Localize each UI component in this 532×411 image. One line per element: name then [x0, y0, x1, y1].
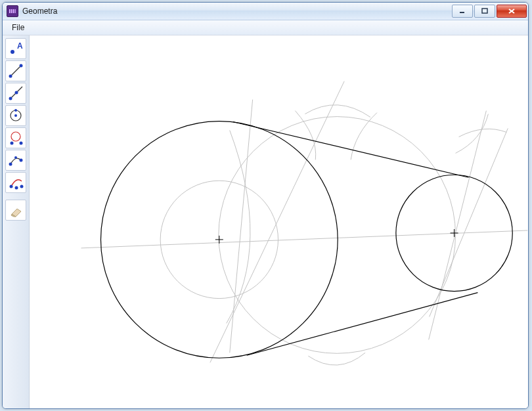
tool-ray[interactable]	[5, 83, 26, 104]
eraser-icon	[8, 202, 24, 218]
construction-arc	[305, 105, 370, 118]
tangent-bottom	[247, 293, 478, 356]
svg-point-10	[9, 97, 12, 100]
tool-arc[interactable]	[5, 150, 26, 171]
titlebar[interactable]: Geometra	[3, 3, 528, 20]
svg-point-15	[11, 132, 20, 141]
menubar: File	[3, 20, 528, 35]
construction-line	[210, 81, 344, 362]
toolbar: A	[3, 35, 30, 408]
svg-point-21	[10, 185, 13, 188]
main-layer	[100, 121, 512, 358]
window-title: Geometra	[22, 7, 451, 16]
construction-line	[430, 129, 508, 317]
maximize-button[interactable]	[474, 5, 495, 18]
svg-point-11	[15, 91, 18, 95]
circle-3pt-icon	[8, 130, 24, 146]
svg-point-19	[20, 159, 23, 162]
close-icon	[508, 8, 516, 14]
svg-rect-1	[482, 9, 487, 13]
svg-point-14	[14, 109, 17, 112]
tool-arc-3pt[interactable]	[5, 172, 26, 193]
ray-icon	[8, 85, 24, 101]
tool-segment[interactable]	[5, 60, 26, 81]
construction-arc	[295, 111, 315, 160]
svg-point-7	[9, 75, 12, 78]
arc-3pt-icon	[8, 175, 24, 190]
segment-icon	[8, 63, 24, 79]
construction-arc	[308, 353, 365, 365]
drawing-canvas[interactable]	[30, 35, 528, 408]
svg-text:A: A	[17, 41, 23, 51]
svg-point-17	[20, 142, 23, 145]
construction-arc	[227, 130, 250, 323]
svg-point-4	[11, 50, 14, 54]
circle-icon	[8, 108, 24, 123]
construction-line	[429, 111, 487, 340]
close-button[interactable]	[497, 5, 527, 18]
app-window: Geometra File A	[2, 2, 529, 409]
arc-icon	[8, 152, 24, 168]
drawing-svg	[30, 35, 528, 408]
content-area: A	[3, 35, 528, 408]
svg-line-6	[11, 66, 21, 76]
center-line	[81, 230, 528, 248]
app-icon	[7, 5, 18, 17]
point-icon: A	[8, 41, 24, 56]
svg-point-18	[9, 163, 12, 166]
construction-arc	[459, 129, 507, 137]
construction-arcs	[227, 105, 506, 365]
window-controls	[451, 5, 527, 18]
small-circle-center	[451, 229, 458, 237]
tangent-top	[233, 122, 469, 178]
svg-point-22	[15, 186, 18, 190]
construction-arc	[456, 114, 489, 154]
tool-eraser[interactable]	[5, 200, 26, 221]
menu-file[interactable]: File	[7, 22, 30, 33]
svg-point-13	[14, 114, 17, 117]
tool-circle-3pt[interactable]	[5, 127, 26, 148]
svg-point-8	[20, 64, 23, 68]
minimize-icon	[459, 8, 466, 14]
svg-point-20	[14, 156, 17, 159]
svg-point-16	[11, 142, 14, 145]
minimize-button[interactable]	[452, 5, 473, 18]
maximize-icon	[481, 8, 488, 14]
tool-circle[interactable]	[5, 105, 26, 126]
tool-point[interactable]: A	[5, 38, 26, 59]
svg-point-23	[20, 185, 24, 188]
